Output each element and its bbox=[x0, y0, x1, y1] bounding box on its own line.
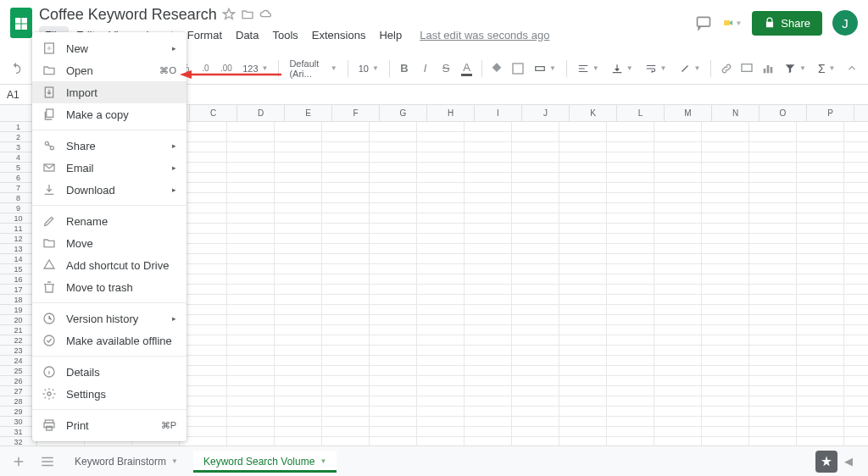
bold-icon[interactable]: B bbox=[395, 58, 415, 79]
menu-item-add-shortcut[interactable]: Add shortcut to Drive bbox=[32, 254, 186, 276]
sheet-tab-search-volume[interactable]: Keyword Search Volume▼ bbox=[193, 451, 337, 473]
font-size-dropdown[interactable]: 10▼ bbox=[353, 58, 384, 79]
row-header[interactable]: 1 bbox=[0, 122, 36, 132]
horizontal-align-dropdown[interactable]: ▼ bbox=[572, 58, 604, 79]
row-header[interactable]: 27 bbox=[0, 386, 36, 396]
row-header[interactable]: 13 bbox=[0, 244, 36, 254]
row-header[interactable]: 17 bbox=[0, 285, 36, 295]
functions-dropdown[interactable]: Σ▼ bbox=[813, 58, 841, 79]
menu-item-print[interactable]: Print⌘P bbox=[32, 414, 186, 436]
menu-item-details[interactable]: Details bbox=[32, 361, 186, 383]
share-button[interactable]: Share bbox=[752, 11, 822, 36]
menu-item-email[interactable]: Email▸ bbox=[32, 157, 186, 179]
row-header[interactable]: 31 bbox=[0, 427, 36, 437]
row-header[interactable]: 16 bbox=[0, 274, 36, 285]
row-header[interactable]: 20 bbox=[0, 315, 36, 325]
strikethrough-icon[interactable]: S bbox=[437, 58, 456, 79]
row-header[interactable]: 22 bbox=[0, 335, 36, 346]
row-header[interactable]: 28 bbox=[0, 396, 36, 407]
text-rotation-dropdown[interactable]: ▼ bbox=[674, 58, 706, 79]
merge-cells-dropdown[interactable]: ▼ bbox=[529, 58, 561, 79]
menu-item-new[interactable]: New▸ bbox=[32, 37, 186, 59]
row-header[interactable]: 3 bbox=[0, 142, 36, 152]
font-dropdown[interactable]: Default (Ari...▼ bbox=[284, 58, 342, 79]
row-header[interactable]: 10 bbox=[0, 213, 36, 224]
menu-format[interactable]: Format bbox=[181, 26, 228, 44]
fill-color-icon[interactable] bbox=[487, 58, 507, 79]
column-header[interactable]: D bbox=[237, 105, 285, 121]
star-icon[interactable] bbox=[222, 8, 236, 21]
vertical-align-dropdown[interactable]: ▼ bbox=[606, 58, 638, 79]
more-formats-dropdown[interactable]: 123▼ bbox=[237, 58, 273, 79]
column-header[interactable]: K bbox=[570, 105, 617, 121]
row-header[interactable]: 8 bbox=[0, 193, 36, 203]
account-avatar[interactable]: J bbox=[832, 10, 858, 36]
column-header[interactable]: O bbox=[760, 105, 807, 121]
menu-item-make-copy[interactable]: Make a copy bbox=[32, 103, 186, 125]
row-header[interactable]: 21 bbox=[0, 325, 36, 335]
row-header[interactable]: 19 bbox=[0, 305, 36, 315]
collapse-toolbar-icon[interactable] bbox=[842, 58, 861, 79]
insert-link-icon[interactable] bbox=[716, 58, 736, 79]
menu-item-offline[interactable]: Make available offline bbox=[32, 329, 186, 351]
document-title[interactable]: Coffee Keyword Research bbox=[39, 6, 217, 24]
scroll-tabs-icon[interactable]: ◀ bbox=[844, 455, 861, 468]
column-header[interactable]: G bbox=[380, 105, 427, 121]
menu-item-share[interactable]: Share▸ bbox=[32, 135, 186, 157]
menu-item-version-history[interactable]: Version history▸ bbox=[32, 307, 186, 329]
row-header[interactable]: 2 bbox=[0, 132, 36, 142]
last-edit-link[interactable]: Last edit was seconds ago bbox=[420, 29, 549, 42]
menu-item-open[interactable]: Open⌘O bbox=[32, 59, 186, 81]
row-header[interactable]: 11 bbox=[0, 224, 36, 234]
menu-item-rename[interactable]: Rename bbox=[32, 210, 186, 232]
explore-button[interactable] bbox=[815, 451, 837, 473]
column-header[interactable]: P bbox=[807, 105, 854, 121]
row-header[interactable]: 7 bbox=[0, 183, 36, 193]
italic-icon[interactable]: I bbox=[415, 58, 435, 79]
row-header[interactable]: 26 bbox=[0, 376, 36, 386]
menu-help[interactable]: Help bbox=[373, 26, 408, 44]
row-header[interactable]: 15 bbox=[0, 264, 36, 274]
cloud-status-icon[interactable] bbox=[259, 8, 273, 21]
filter-dropdown[interactable]: ▼ bbox=[779, 58, 811, 79]
text-color-icon[interactable]: A bbox=[457, 58, 476, 79]
column-header[interactable]: C bbox=[190, 105, 237, 121]
row-header[interactable]: 18 bbox=[0, 295, 36, 305]
menu-tools[interactable]: Tools bbox=[266, 26, 303, 44]
menu-item-settings[interactable]: Settings bbox=[32, 383, 186, 405]
borders-icon[interactable] bbox=[508, 58, 527, 79]
decrease-decimal-icon[interactable]: .0 bbox=[196, 58, 215, 79]
row-header[interactable]: 9 bbox=[0, 203, 36, 213]
menu-item-move-trash[interactable]: Move to trash bbox=[32, 276, 186, 298]
menu-extensions[interactable]: Extensions bbox=[306, 26, 372, 44]
row-header[interactable]: 23 bbox=[0, 346, 36, 356]
row-header[interactable]: 24 bbox=[0, 356, 36, 366]
row-header[interactable]: 29 bbox=[0, 407, 36, 417]
column-header[interactable]: N bbox=[712, 105, 760, 121]
insert-comment-icon[interactable] bbox=[737, 58, 757, 79]
column-header[interactable]: H bbox=[427, 105, 475, 121]
column-header[interactable]: E bbox=[285, 105, 332, 121]
row-header[interactable]: 25 bbox=[0, 366, 36, 376]
column-header[interactable]: I bbox=[475, 105, 522, 121]
column-header[interactable]: F bbox=[332, 105, 380, 121]
column-header[interactable]: Q bbox=[854, 105, 868, 121]
menu-item-move[interactable]: Move bbox=[32, 232, 186, 254]
column-header[interactable]: M bbox=[665, 105, 712, 121]
row-header[interactable]: 14 bbox=[0, 254, 36, 264]
column-header[interactable]: J bbox=[522, 105, 570, 121]
menu-item-import[interactable]: Import bbox=[32, 81, 186, 103]
row-header[interactable]: 12 bbox=[0, 234, 36, 244]
undo-icon[interactable] bbox=[7, 58, 26, 79]
increase-decimal-icon[interactable]: .00 bbox=[217, 58, 236, 79]
meet-icon[interactable]: ▼ bbox=[723, 14, 742, 32]
sheet-tab-brainstorm[interactable]: Keyword Brainstorm▼ bbox=[64, 451, 188, 473]
menu-data[interactable]: Data bbox=[230, 26, 264, 44]
insert-chart-icon[interactable] bbox=[758, 58, 777, 79]
move-to-folder-icon[interactable] bbox=[241, 8, 254, 21]
column-header[interactable]: L bbox=[617, 105, 665, 121]
row-header[interactable]: 4 bbox=[0, 152, 36, 163]
add-sheet-button[interactable] bbox=[7, 450, 31, 473]
all-sheets-button[interactable] bbox=[36, 450, 59, 473]
text-wrap-dropdown[interactable]: ▼ bbox=[640, 58, 672, 79]
